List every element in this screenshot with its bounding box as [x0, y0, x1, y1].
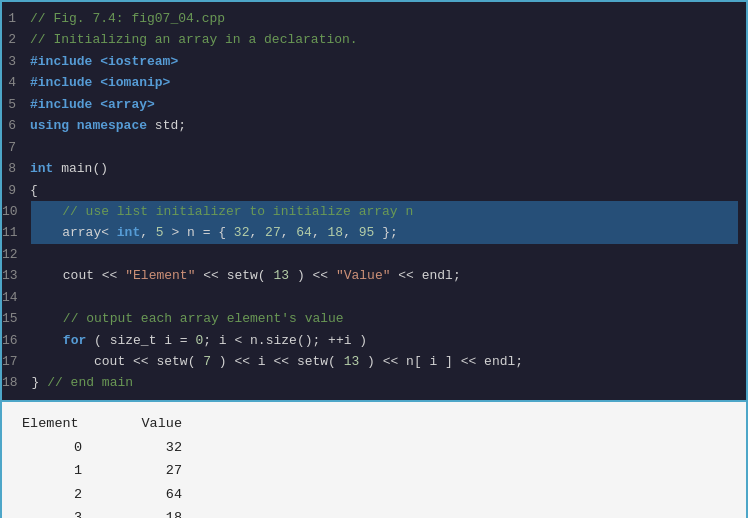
plain-token [32, 333, 63, 348]
line-content: #include <iomanip> [30, 72, 170, 93]
keyword-token: for [63, 333, 86, 348]
plain-token: ) << n[ i ] << endl; [359, 354, 523, 369]
code-line: 4#include <iomanip> [2, 72, 746, 93]
plain-token: array< [31, 225, 117, 240]
number-token: 95 [359, 225, 375, 240]
number-token: 32 [234, 225, 250, 240]
line-number: 7 [2, 137, 30, 158]
code-line: 8int main() [2, 158, 746, 179]
line-content: using namespace std; [30, 115, 186, 136]
line-content: // output each array element's value [32, 308, 344, 329]
output-row: 032 [22, 436, 726, 460]
plain-token: std; [147, 118, 186, 133]
plain-token: cout << setw( [32, 354, 204, 369]
output-row: 127 [22, 459, 726, 483]
line-content: // Fig. 7.4: fig07_04.cpp [30, 8, 225, 29]
number-token: 18 [328, 225, 344, 240]
plain-token: cout << [32, 268, 126, 283]
line-content: #include <iostream> [30, 51, 178, 72]
line-number: 10 [2, 201, 31, 222]
keyword-token: int [30, 161, 53, 176]
output-element-value: 2 [22, 483, 122, 507]
plain-token: ; i < n.size(); ++i ) [203, 333, 367, 348]
output-header: ElementValue [22, 412, 726, 436]
line-number: 14 [2, 287, 32, 308]
output-element-value: 0 [22, 436, 122, 460]
plain-token: main() [53, 161, 108, 176]
line-number: 9 [2, 180, 30, 201]
code-line: 18} // end main [2, 372, 746, 393]
plain-token: ( size_t i = [86, 333, 195, 348]
keyword-token: int [117, 225, 140, 240]
plain-token: , [281, 225, 297, 240]
output-header-value: Value [122, 412, 202, 436]
line-number: 18 [2, 372, 32, 393]
output-row: 318 [22, 506, 726, 518]
output-element-value: 1 [22, 459, 122, 483]
output-value: 64 [122, 483, 202, 507]
line-number: 6 [2, 115, 30, 136]
comment-token: // output each array element's value [63, 311, 344, 326]
line-content: array< int, 5 > n = { 32, 27, 64, 18, 95… [31, 222, 738, 243]
line-number: 13 [2, 265, 32, 286]
code-line: 2// Initializing an array in a declarati… [2, 29, 746, 50]
plain-token: } [32, 375, 48, 390]
code-line: 12 [2, 244, 746, 265]
plain-token: { [30, 183, 38, 198]
line-number: 4 [2, 72, 30, 93]
number-token: 13 [273, 268, 289, 283]
line-number: 16 [2, 330, 32, 351]
output-value: 18 [122, 506, 202, 518]
code-line: 16 for ( size_t i = 0; i < n.size(); ++i… [2, 330, 746, 351]
code-line: 3#include <iostream> [2, 51, 746, 72]
plain-token: }; [374, 225, 397, 240]
line-number: 5 [2, 94, 30, 115]
line-content: // Initializing an array in a declaratio… [30, 29, 358, 50]
number-token: 64 [296, 225, 312, 240]
line-number: 2 [2, 29, 30, 50]
code-line: 10 // use list initializer to initialize… [2, 201, 746, 222]
string-token: "Element" [125, 268, 195, 283]
line-content: cout << setw( 7 ) << i << setw( 13 ) << … [32, 351, 524, 372]
code-line: 14 [2, 287, 746, 308]
plain-token: , [249, 225, 265, 240]
main-container: 1// Fig. 7.4: fig07_04.cpp2// Initializi… [0, 0, 748, 518]
line-number: 8 [2, 158, 30, 179]
code-line: 7 [2, 137, 746, 158]
line-content: { [30, 180, 38, 201]
number-token: 27 [265, 225, 281, 240]
code-panel: 1// Fig. 7.4: fig07_04.cpp2// Initializi… [0, 0, 748, 402]
line-content: for ( size_t i = 0; i < n.size(); ++i ) [32, 330, 367, 351]
number-token: 5 [156, 225, 164, 240]
output-value: 27 [122, 459, 202, 483]
output-header-element: Element [22, 412, 122, 436]
code-line: 15 // output each array element's value [2, 308, 746, 329]
code-line: 17 cout << setw( 7 ) << i << setw( 13 ) … [2, 351, 746, 372]
plain-token: << endl; [391, 268, 461, 283]
line-number: 11 [2, 222, 31, 243]
line-number: 17 [2, 351, 32, 372]
code-line: 1// Fig. 7.4: fig07_04.cpp [2, 8, 746, 29]
string-token: "Value" [336, 268, 391, 283]
number-token: 7 [203, 354, 211, 369]
line-number: 3 [2, 51, 30, 72]
plain-token [31, 204, 62, 219]
plain-token: , [343, 225, 359, 240]
plain-token: ) << [289, 268, 336, 283]
output-element-value: 3 [22, 506, 122, 518]
line-content: } // end main [32, 372, 133, 393]
line-content: cout << "Element" << setw( 13 ) << "Valu… [32, 265, 461, 286]
line-number: 1 [2, 8, 30, 29]
plain-token: ) << i << setw( [211, 354, 344, 369]
code-line: 6using namespace std; [2, 115, 746, 136]
line-number: 12 [2, 244, 32, 265]
comment-token: // Initializing an array in a declaratio… [30, 32, 358, 47]
code-line: 13 cout << "Element" << setw( 13 ) << "V… [2, 265, 746, 286]
code-line: 5#include <array> [2, 94, 746, 115]
preprocessor-token: #include <array> [30, 97, 155, 112]
preprocessor-token: #include <iostream> [30, 54, 178, 69]
line-content: // use list initializer to initialize ar… [31, 201, 738, 222]
comment-token: // end main [47, 375, 133, 390]
plain-token: << setw( [195, 268, 273, 283]
line-content: int main() [30, 158, 108, 179]
